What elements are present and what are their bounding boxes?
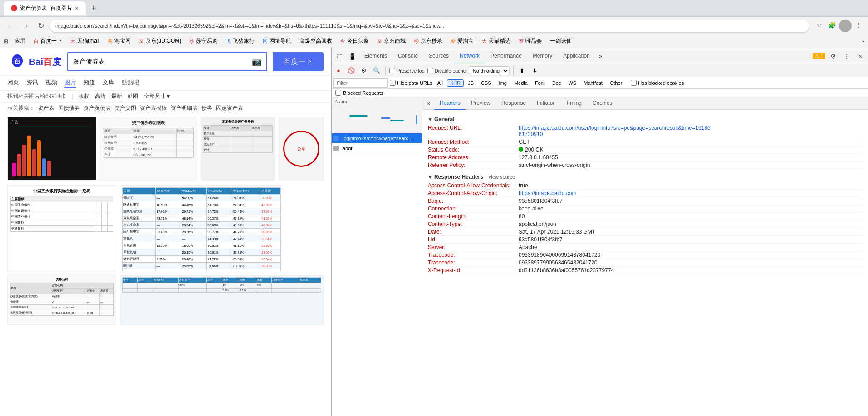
bookmark-nav[interactable]: 网 网址导航 bbox=[259, 36, 295, 46]
detail-close-btn[interactable]: × bbox=[422, 98, 434, 109]
tab-close-btn[interactable]: × bbox=[75, 5, 78, 12]
profile-btn[interactable] bbox=[839, 20, 852, 32]
filter-other[interactable]: Other bbox=[607, 79, 626, 87]
image-thumb[interactable]: 日期2014/3/312014/6/302014/9/302014/12/31企… bbox=[120, 185, 283, 271]
search-input[interactable] bbox=[68, 53, 247, 70]
detail-tab-timing[interactable]: Timing bbox=[560, 97, 587, 110]
nav-image[interactable]: 图片 bbox=[64, 78, 76, 88]
detail-tab-cookies[interactable]: Cookies bbox=[587, 97, 618, 110]
extension-btn[interactable]: 🧩 bbox=[826, 20, 837, 30]
preserve-log-label[interactable]: Preserve log bbox=[389, 68, 425, 73]
filter-toggle-btn[interactable]: ⚙ bbox=[359, 66, 369, 76]
request-row[interactable]: logininfo?src=pc&page=searc... bbox=[332, 133, 422, 143]
nav-webpage[interactable]: 网页 bbox=[7, 78, 19, 88]
bookmark-star-btn[interactable]: ☆ bbox=[814, 20, 824, 30]
detail-tab-headers[interactable]: Headers bbox=[434, 97, 466, 110]
bookmark-jd[interactable]: 京 京东(JD.COM) bbox=[135, 36, 185, 46]
filter-css[interactable]: CSS bbox=[478, 79, 495, 87]
image-thumb[interactable]: 债券品种 类别监管机构 人民银行证监会发改委 政府债券(国债/地方债)财政部——… bbox=[7, 275, 116, 325]
filter-copyright[interactable]: 版权 bbox=[78, 93, 89, 100]
tab-application[interactable]: Application bbox=[558, 48, 595, 64]
filter-doc[interactable]: Doc bbox=[549, 79, 564, 87]
hide-data-urls-label[interactable]: Hide data URLs bbox=[390, 80, 432, 86]
request-row[interactable]: abdr bbox=[332, 143, 422, 153]
address-bar[interactable] bbox=[50, 20, 809, 32]
filter-img[interactable]: Img bbox=[495, 79, 510, 87]
disable-cache-checkbox[interactable] bbox=[427, 68, 433, 73]
filter-gif[interactable]: 动图 bbox=[128, 93, 138, 100]
active-tab[interactable]: 资产债券表_百度图片 × bbox=[4, 1, 86, 15]
new-tab-btn[interactable]: + bbox=[88, 2, 100, 15]
devtools-more-tabs[interactable]: » bbox=[595, 53, 606, 59]
bookmarks-overflow-btn[interactable]: » bbox=[861, 38, 864, 44]
bookmark-toutiao[interactable]: 今 今日头条 bbox=[337, 36, 373, 46]
detail-tab-preview[interactable]: Preview bbox=[466, 97, 496, 110]
bookmark-suning[interactable]: 苏 苏宁易购 bbox=[186, 36, 221, 46]
related-link[interactable]: 国债债券 bbox=[58, 104, 80, 112]
bookmark-tmallselect[interactable]: 天 天猫精选 bbox=[478, 36, 514, 46]
related-link[interactable]: 资产负债表 bbox=[83, 104, 111, 112]
menu-btn[interactable]: ⋮ bbox=[853, 20, 864, 30]
collapse-icon[interactable]: ▼ bbox=[428, 175, 432, 180]
bookmark-tmall[interactable]: 天 天猫tmall bbox=[67, 36, 103, 46]
filter-size[interactable]: 全部尺寸 ▾ bbox=[144, 93, 170, 100]
related-link[interactable]: 资产表模板 bbox=[140, 104, 167, 112]
view-source-link[interactable]: view source bbox=[489, 174, 515, 180]
tab-memory[interactable]: Memory bbox=[527, 48, 558, 64]
image-thumb[interactable]: 广告 bbox=[7, 117, 96, 181]
record-btn[interactable]: ● bbox=[333, 66, 343, 76]
related-link[interactable]: 债券 bbox=[201, 104, 212, 112]
blocked-cookies-checkbox[interactable] bbox=[631, 80, 637, 86]
devtools-settings-btn[interactable]: ⚙ bbox=[827, 50, 839, 62]
nav-news[interactable]: 资讯 bbox=[26, 78, 38, 88]
filter-xhr[interactable]: XHR bbox=[447, 79, 464, 87]
nav-video[interactable]: 视频 bbox=[45, 78, 57, 88]
bookmark-baidu[interactable]: 百 百度一下 bbox=[30, 36, 66, 46]
tab-performance[interactable]: Performance bbox=[485, 48, 527, 64]
related-link[interactable]: 固定资产表 bbox=[216, 104, 243, 112]
search-btn[interactable]: 🔍 bbox=[372, 66, 382, 76]
devtools-device-btn[interactable]: 📱 bbox=[346, 50, 358, 62]
filter-manifest[interactable]: Manifest bbox=[580, 79, 606, 87]
filter-hd[interactable]: 高清 bbox=[95, 93, 106, 100]
related-link[interactable]: 资产义图 bbox=[114, 104, 136, 112]
filter-js[interactable]: JS bbox=[465, 79, 477, 87]
image-thumb[interactable]: 公章 bbox=[279, 117, 324, 181]
disable-cache-label[interactable]: Disable cache bbox=[427, 68, 466, 73]
preserve-log-checkbox[interactable] bbox=[389, 68, 395, 73]
filter-input[interactable] bbox=[333, 78, 388, 88]
image-thumb[interactable]: 资产债券表明细表 项目金额比例 政府债券24,789,776.50 金融债券3,… bbox=[100, 117, 197, 181]
bookmark-apps[interactable]: 应用 bbox=[11, 36, 29, 46]
tab-network[interactable]: Network bbox=[454, 48, 485, 64]
devtools-close-btn[interactable]: × bbox=[854, 50, 866, 62]
bookmark-jdmall[interactable]: 京 京东商城 bbox=[373, 36, 409, 46]
devtools-dots-btn[interactable]: ⋮ bbox=[841, 50, 853, 62]
bookmark-game[interactable]: 一剑诛仙 bbox=[546, 36, 575, 46]
bookmark-aitaobao[interactable]: 爱 爱淘宝 bbox=[447, 36, 477, 46]
blocked-req-checkbox[interactable] bbox=[335, 90, 341, 96]
detail-tab-initiator[interactable]: Initiator bbox=[531, 97, 560, 110]
throttle-select[interactable]: No throttling Fast 3G Slow 3G Offline bbox=[469, 66, 510, 75]
collapse-icon[interactable]: ▼ bbox=[428, 117, 432, 122]
bookmark-fliggy[interactable]: 飞 飞猪旅行 bbox=[222, 36, 258, 46]
filter-ws[interactable]: WS bbox=[565, 79, 579, 87]
related-link[interactable]: 资产明细表 bbox=[171, 104, 198, 112]
related-link[interactable]: 资产表 bbox=[38, 104, 54, 112]
tab-console[interactable]: Console bbox=[392, 48, 423, 64]
camera-icon[interactable]: 📷 bbox=[247, 57, 266, 67]
filter-all[interactable]: All bbox=[434, 79, 446, 87]
image-thumb[interactable]: 序号 品种 金额(元) 占总资产 品种 比例 比例 比例 总债资产 轧比率 bbox=[120, 275, 324, 325]
forward-btn[interactable]: → bbox=[19, 20, 32, 32]
bookmark-recycle[interactable]: 高爆率高回收 bbox=[296, 36, 336, 46]
export-btn[interactable]: ⬇ bbox=[530, 66, 540, 76]
bookmark-vip[interactable]: 唯 唯品会 bbox=[515, 36, 545, 46]
import-btn[interactable]: ⬆ bbox=[517, 66, 527, 76]
clear-btn[interactable]: 🚫 bbox=[346, 66, 356, 76]
filter-media[interactable]: Media bbox=[511, 79, 531, 87]
nav-tieba[interactable]: 贴贴吧 bbox=[122, 78, 139, 88]
search-submit-btn[interactable]: 百度一下 bbox=[273, 52, 324, 71]
blocked-cookies-label[interactable]: Has blocked cookies bbox=[631, 80, 684, 86]
nav-library[interactable]: 文库 bbox=[103, 78, 114, 88]
tab-elements[interactable]: Elements bbox=[359, 48, 392, 64]
image-thumb[interactable]: 某某基金会资产债券表 项目上年末本年末 货币资金 投资 固定资产 合计 bbox=[201, 117, 275, 181]
